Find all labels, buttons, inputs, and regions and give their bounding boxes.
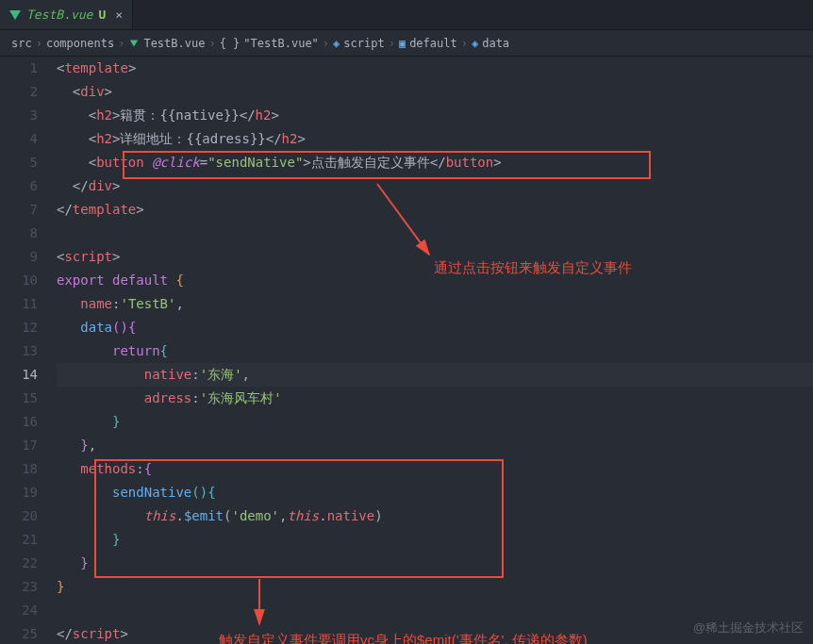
code-line: methods:{	[57, 457, 813, 481]
crumb-data[interactable]: data	[482, 37, 509, 50]
crumb-src[interactable]: src	[11, 37, 32, 50]
tab-testb[interactable]: TestB.vue U ×	[0, 0, 133, 29]
code-line: name:'TestB',	[57, 292, 813, 316]
breadcrumb: src › components › TestB.vue › { } "Test…	[0, 30, 813, 57]
watermark: @稀土掘金技术社区	[693, 619, 804, 636]
code-line: },	[57, 434, 813, 457]
vue-icon	[9, 10, 21, 20]
code-line: <h2>籍贯：{{native}}</h2>	[57, 104, 813, 127]
code-line	[57, 222, 813, 245]
crumb-file[interactable]: TestB.vue	[143, 37, 205, 50]
code-line: this.$emit('demo',this.native)	[57, 504, 813, 528]
code-line: }	[57, 552, 813, 575]
editor[interactable]: 12345 678910 1112131415 1617181920 21222…	[0, 57, 813, 644]
code-line: data(){	[57, 316, 813, 339]
crumb-components[interactable]: components	[46, 37, 114, 50]
crumb-root[interactable]: "TestB.vue"	[243, 37, 318, 50]
code-line: }	[57, 410, 813, 434]
code-line: <button @click="sendNative">点击触发自定义事件</b…	[57, 151, 813, 174]
cube-icon: ◈	[472, 37, 478, 50]
code-line: </div>	[57, 174, 813, 198]
code-line: return{	[57, 339, 813, 363]
chevron-right-icon: ›	[461, 37, 468, 50]
line-gutter: 12345 678910 1112131415 1617181920 21222…	[0, 57, 57, 644]
code-line: <h2>详细地址：{{adress}}</h2>	[57, 127, 813, 151]
chevron-right-icon: ›	[323, 37, 329, 50]
vue-icon	[130, 40, 138, 46]
code-line: native:'东海',	[57, 363, 813, 387]
square-icon: ▣	[399, 37, 406, 50]
chevron-right-icon: ›	[389, 37, 395, 50]
file-status: U	[98, 8, 106, 22]
annotation-text-1: 通过点击按钮来触发自定义事件	[434, 259, 632, 277]
chevron-right-icon: ›	[118, 37, 124, 50]
code-line: adress:'东海风车村'	[57, 387, 813, 410]
annotation-text-2: 触发自定义事件要调用vc身上的$emit('事件名', 传递的参数)	[219, 632, 588, 644]
chevron-right-icon: ›	[208, 37, 215, 50]
code-area[interactable]: <template> <div> <h2>籍贯：{{native}}</h2> …	[57, 57, 813, 644]
code-line: </template>	[57, 198, 813, 222]
chevron-right-icon: ›	[36, 37, 42, 50]
code-line: }	[57, 528, 813, 552]
tab-bar: TestB.vue U ×	[0, 0, 813, 30]
code-line: }	[57, 575, 813, 599]
braces-icon: { }	[220, 37, 241, 50]
cube-icon: ◈	[333, 37, 340, 50]
tab-filename: TestB.vue	[26, 8, 92, 22]
crumb-default[interactable]: default	[409, 37, 457, 50]
code-line: <div>	[57, 80, 813, 104]
crumb-script[interactable]: script	[343, 37, 384, 50]
close-icon[interactable]: ×	[115, 8, 123, 22]
code-line: <template>	[57, 57, 813, 80]
code-line: sendNative(){	[57, 481, 813, 504]
